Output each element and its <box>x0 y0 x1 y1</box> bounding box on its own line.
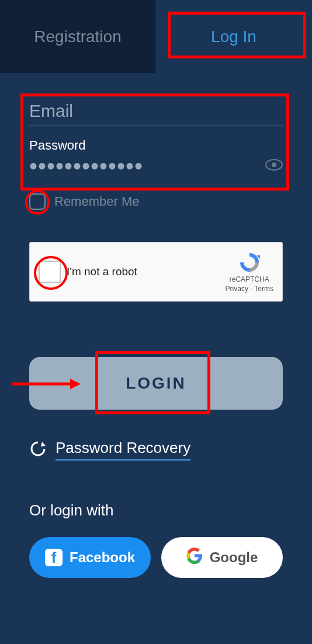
eye-icon[interactable] <box>265 159 283 173</box>
password-field[interactable]: ••••••••••••• <box>29 160 143 172</box>
tab-registration[interactable]: Registration <box>0 0 155 73</box>
password-row: ••••••••••••• <box>29 159 283 173</box>
tab-login[interactable]: Log In <box>155 0 312 73</box>
annotation-arrow-icon <box>12 378 82 390</box>
google-label: Google <box>210 549 258 566</box>
annotation-highlight-recaptcha-checkbox <box>34 256 68 290</box>
recaptcha-brand-label: reCAPTCHA <box>230 275 269 283</box>
remember-row: Remember Me <box>29 193 283 210</box>
recaptcha-icon <box>238 251 261 274</box>
social-login-row: f Facebook Google <box>29 537 283 578</box>
svg-marker-5 <box>41 442 46 446</box>
recaptcha-branding: reCAPTCHA Privacy - Terms <box>226 251 273 293</box>
password-recovery-link[interactable]: Password Recovery <box>56 439 190 461</box>
password-group: Password ••••••••••••• <box>29 138 283 173</box>
tab-login-label: Log In <box>211 27 256 46</box>
remember-checkbox[interactable] <box>29 193 46 210</box>
google-icon <box>186 548 203 567</box>
recovery-row: Password Recovery <box>29 439 283 461</box>
auth-tabs: Registration Log In <box>0 0 312 73</box>
svg-point-1 <box>272 162 276 167</box>
login-form: Password ••••••••••••• Remember Me I'm n… <box>0 96 312 578</box>
facebook-icon: f <box>45 549 63 566</box>
recaptcha-text: I'm not a robot <box>67 265 226 278</box>
svg-marker-4 <box>70 379 81 389</box>
refresh-icon[interactable] <box>29 440 47 460</box>
password-label: Password <box>29 138 283 153</box>
remember-label: Remember Me <box>54 194 139 209</box>
recaptcha-links[interactable]: Privacy - Terms <box>226 285 273 293</box>
facebook-login-button[interactable]: f Facebook <box>29 537 151 578</box>
email-group <box>29 96 283 126</box>
login-button-label: LOGIN <box>126 374 186 392</box>
tab-registration-label: Registration <box>34 27 121 46</box>
recaptcha-checkbox[interactable] <box>39 261 61 283</box>
facebook-label: Facebook <box>70 549 135 566</box>
recaptcha-widget: I'm not a robot reCAPTCHA Privacy - Term… <box>29 242 283 302</box>
or-login-with-label: Or login with <box>29 501 283 520</box>
email-field[interactable] <box>29 96 283 126</box>
google-login-button[interactable]: Google <box>161 537 283 578</box>
login-button-wrap: LOGIN <box>29 357 283 410</box>
